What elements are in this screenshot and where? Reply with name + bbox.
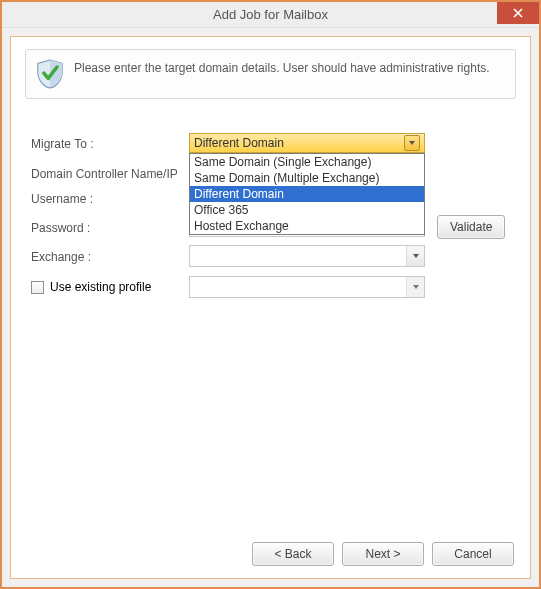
password-label: Password : bbox=[31, 221, 90, 235]
checkbox-icon bbox=[31, 281, 44, 294]
dropdown-item[interactable]: Different Domain bbox=[190, 186, 424, 202]
info-text: Please enter the target domain details. … bbox=[74, 58, 490, 77]
dropdown-item[interactable]: Same Domain (Multiple Exchange) bbox=[190, 170, 424, 186]
exchange-label: Exchange : bbox=[31, 250, 91, 264]
dialog-window: Add Job for Mailbox Please enter the tar… bbox=[2, 2, 539, 587]
exchange-select[interactable] bbox=[189, 245, 425, 267]
use-existing-profile-label: Use existing profile bbox=[50, 280, 151, 294]
close-icon bbox=[513, 8, 523, 18]
migrate-to-combo[interactable]: Different Domain bbox=[189, 133, 425, 153]
dropdown-item[interactable]: Same Domain (Single Exchange) bbox=[190, 154, 424, 170]
dropdown-item[interactable]: Office 365 bbox=[190, 202, 424, 218]
close-button[interactable] bbox=[497, 2, 539, 24]
chevron-down-icon bbox=[406, 246, 424, 266]
content-panel: Please enter the target domain details. … bbox=[10, 36, 531, 579]
profile-select[interactable] bbox=[189, 276, 425, 298]
validate-button[interactable]: Validate bbox=[437, 215, 505, 239]
migrate-to-dropdown[interactable]: Same Domain (Single Exchange) Same Domai… bbox=[189, 153, 425, 235]
back-button[interactable]: < Back bbox=[252, 542, 334, 566]
migrate-to-selected: Different Domain bbox=[194, 136, 404, 150]
domain-controller-label: Domain Controller Name/IP bbox=[31, 167, 178, 181]
chevron-down-icon bbox=[404, 135, 420, 151]
username-label: Username : bbox=[31, 192, 93, 206]
dialog-footer: < Back Next > Cancel bbox=[11, 534, 530, 578]
use-existing-profile-checkbox[interactable]: Use existing profile bbox=[31, 280, 151, 294]
migrate-to-label: Migrate To : bbox=[31, 137, 93, 151]
titlebar: Add Job for Mailbox bbox=[2, 2, 539, 28]
next-button[interactable]: Next > bbox=[342, 542, 424, 566]
chevron-down-icon bbox=[406, 277, 424, 297]
dropdown-item[interactable]: Hosted Exchange bbox=[190, 218, 424, 234]
window-title: Add Job for Mailbox bbox=[2, 7, 539, 22]
info-panel: Please enter the target domain details. … bbox=[25, 49, 516, 99]
shield-check-icon bbox=[36, 58, 64, 90]
form-area: Migrate To : Domain Controller Name/IP U… bbox=[11, 107, 530, 534]
cancel-button[interactable]: Cancel bbox=[432, 542, 514, 566]
